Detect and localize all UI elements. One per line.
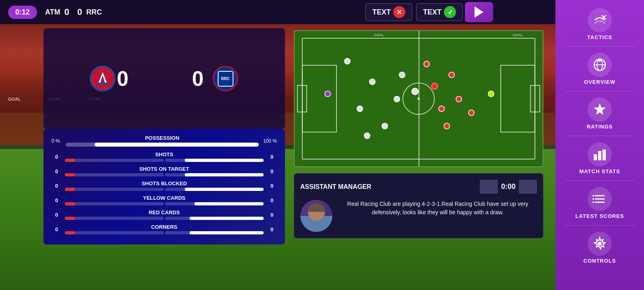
svg-point-21 [592, 201, 594, 203]
score-panel: 0 0 RRC [43, 28, 285, 129]
score-away: 0 [77, 7, 82, 17]
cor-bar-left [65, 231, 164, 234]
shots-bar-left [65, 159, 164, 162]
center-dot [417, 97, 420, 100]
svg-point-22 [598, 242, 602, 246]
ratings-star-icon [592, 102, 608, 118]
text-button-1[interactable]: TEXT ✕ [365, 3, 412, 21]
rrc-logo-svg: RRC [213, 66, 239, 92]
sidebar-btn-tactics[interactable]: TACTICS [564, 4, 636, 44]
assistant-avatar [300, 200, 332, 232]
controls-gear-icon [592, 236, 608, 252]
player-dot-home-3 [369, 79, 376, 85]
mini-goal-label-2: GOAL [513, 33, 523, 37]
team-away-name: RRC [86, 8, 102, 17]
svg-rect-13 [594, 154, 597, 160]
rc-label: RED CARDS [65, 209, 264, 215]
sb-bar-left [65, 188, 164, 191]
main-score-away: 0 [192, 67, 212, 90]
score-display: ATM 0 0 RRC [45, 7, 102, 17]
cor-label: CORNERS [65, 224, 264, 230]
match-stats-icon-circle [588, 142, 612, 166]
left-penalty-box [302, 65, 336, 133]
sidebar-divider-3 [564, 136, 635, 136]
sb-bar-right [165, 188, 264, 191]
team-home-logo [89, 64, 117, 93]
sot-right: 0 [267, 168, 277, 174]
shots-right: 0 [267, 154, 277, 160]
text-button-2[interactable]: TEXT ✓ [416, 3, 463, 21]
sot-bar-right [165, 173, 264, 176]
mini-goal-label-1: GOAL [374, 33, 384, 37]
play-icon [475, 6, 483, 18]
left-goal [297, 85, 307, 112]
yc-left: 0 [52, 197, 62, 203]
svg-marker-12 [594, 104, 606, 115]
team-home-name: ATM [45, 8, 60, 17]
stat-row-shots-on-target: 0 SHOTS ON TARGET 0 [52, 166, 277, 176]
cor-left: 0 [52, 226, 62, 232]
text-btn2-label: TEXT [423, 8, 442, 17]
overview-icon-circle [588, 53, 612, 77]
shots-label: SHOTS [65, 151, 264, 157]
top-bar: 0:12 ATM 0 0 RRC TEXT ✕ TEXT ✓ [0, 0, 555, 24]
rc-right: 0 [267, 212, 277, 218]
mini-field: GOAL GOAL [294, 30, 543, 167]
shots-bar-right [165, 159, 264, 162]
sot-bar-left [65, 173, 164, 176]
possession-bar [66, 143, 259, 147]
play-button[interactable] [465, 2, 493, 22]
assistant-body: Real Racing Club are playing 4-2-3-1.Rea… [300, 200, 537, 232]
stat-row-corners: 0 CORNERS 0 [52, 224, 277, 234]
match-stats-icon [592, 146, 608, 162]
sidebar-btn-match-stats[interactable]: MATCH STATS [564, 138, 636, 178]
yc-bar-right [165, 202, 264, 205]
possession-label-left: 0 % [52, 138, 64, 144]
controls-label: CONTROLS [584, 258, 616, 264]
stats-panel: 0 % POSSESSION 100 % 0 SHOTS 0 0 [43, 129, 285, 244]
overview-label: OVERVIEW [584, 79, 615, 85]
assistant-title: ASSISTANT MANAGER [300, 183, 372, 191]
rc-left: 0 [52, 212, 62, 218]
sidebar-btn-controls[interactable]: CONTROLS [564, 228, 636, 268]
assistant-panel: ASSISTANT MANAGER 0:00 Real Racing Club … [294, 173, 543, 238]
sidebar-btn-latest-scores[interactable]: LATEST SCORES [564, 183, 636, 223]
overview-icon [592, 57, 608, 73]
ratings-label: RATINGS [587, 124, 613, 130]
assistant-timer-value: 0:00 [501, 182, 516, 191]
latest-scores-label: LATEST SCORES [575, 213, 624, 219]
team-away-logo: RRC [212, 64, 240, 93]
svg-point-0 [91, 66, 115, 91]
svg-rect-1 [97, 83, 109, 85]
possession-label-right: 100 % [261, 138, 277, 144]
player-dot-home-6 [399, 72, 405, 78]
player-dot-away-7 [468, 110, 475, 116]
sidebar-divider-4 [564, 180, 635, 181]
goal-banner: GOAL [8, 97, 21, 102]
svg-rect-14 [598, 151, 601, 160]
text-btn1-icon-x: ✕ [393, 6, 405, 18]
tactics-icon-circle [588, 8, 612, 32]
latest-scores-icon [592, 191, 608, 207]
sb-right: 0 [267, 183, 277, 189]
stat-row-yellow: 0 YELLOW CARDS 0 [52, 195, 277, 205]
right-sidebar: TACTICS OVERVIEW RATINGS [555, 0, 644, 290]
sidebar-btn-overview[interactable]: OVERVIEW [564, 49, 636, 89]
svg-point-19 [592, 195, 594, 197]
player-dot-special-1 [324, 91, 331, 97]
svg-point-20 [592, 198, 594, 200]
mini-field-inner: GOAL GOAL [295, 31, 543, 166]
rc-bar-left [65, 217, 164, 220]
latest-scores-icon-circle [588, 187, 612, 211]
text-btn2-icon-check: ✓ [444, 6, 456, 18]
text-btn1-label: TEXT [372, 8, 391, 17]
rc-bar-right [165, 217, 264, 220]
assistant-timer-box-left [480, 180, 498, 194]
assistant-timer-group: 0:00 [480, 180, 537, 194]
possession-title: POSSESSION [66, 135, 259, 141]
score-center-display: 0 0 [117, 66, 212, 91]
shots-left: 0 [52, 154, 62, 160]
stat-row-shots: 0 SHOTS 0 [52, 151, 277, 162]
sidebar-btn-ratings[interactable]: RATINGS [564, 93, 636, 134]
sot-left: 0 [52, 168, 62, 174]
